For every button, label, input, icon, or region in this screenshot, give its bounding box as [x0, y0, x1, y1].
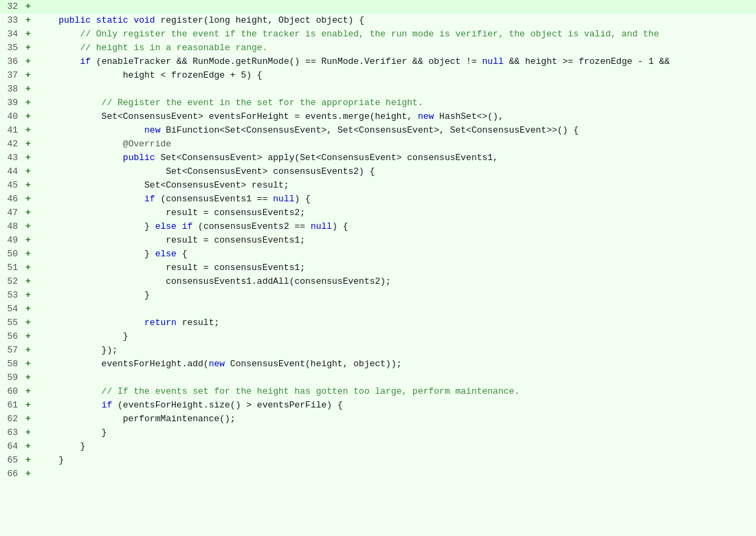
- code-line: 56+ }: [0, 330, 756, 344]
- line-content: }: [34, 330, 756, 344]
- line-number: 65: [0, 454, 22, 467]
- line-marker: +: [22, 220, 34, 234]
- line-content: public static void register(long height,…: [34, 14, 756, 27]
- line-content: new BiFunction<Set<ConsensusEvent>, Set<…: [34, 124, 756, 137]
- line-content: Set<ConsensusEvent> eventsForHeight = ev…: [34, 110, 756, 124]
- line-marker: +: [22, 275, 34, 289]
- line-number: 66: [0, 467, 22, 481]
- line-content: if (eventsForHeight.size() > eventsPerFi…: [34, 399, 756, 412]
- code-line: 53+ }: [0, 289, 756, 302]
- line-number: 45: [0, 179, 22, 192]
- line-content: });: [34, 344, 756, 357]
- line-marker: +: [22, 27, 34, 41]
- code-line: 54+: [0, 302, 756, 316]
- line-marker: +: [22, 124, 34, 137]
- code-line: 64+ }: [0, 440, 756, 454]
- line-marker: +: [22, 192, 34, 206]
- code-line: 42+ @Override: [0, 137, 756, 151]
- line-number: 53: [0, 289, 22, 302]
- line-number: 39: [0, 96, 22, 110]
- line-number: 35: [0, 41, 22, 55]
- line-number: 54: [0, 302, 22, 316]
- line-content: [34, 467, 756, 481]
- line-marker: +: [22, 151, 34, 165]
- line-content: return result;: [34, 316, 756, 330]
- line-marker: +: [22, 110, 34, 124]
- line-number: 41: [0, 124, 22, 137]
- line-marker: +: [22, 261, 34, 275]
- code-line: 40+ Set<ConsensusEvent> eventsForHeight …: [0, 110, 756, 124]
- line-number: 36: [0, 55, 22, 69]
- line-content: // If the events set for the height has …: [34, 385, 756, 399]
- line-number: 51: [0, 261, 22, 275]
- line-content: }: [34, 440, 756, 454]
- code-line: 48+ } else if (consensusEvents2 == null)…: [0, 220, 756, 234]
- line-content: public Set<ConsensusEvent> apply(Set<Con…: [34, 151, 756, 165]
- line-marker: +: [22, 426, 34, 440]
- line-number: 40: [0, 110, 22, 124]
- code-line: 65+ }: [0, 454, 756, 467]
- line-number: 50: [0, 247, 22, 261]
- code-line: 51+ result = consensusEvents1;: [0, 261, 756, 275]
- line-marker: +: [22, 234, 34, 247]
- code-line: 41+ new BiFunction<Set<ConsensusEvent>, …: [0, 124, 756, 137]
- line-content: }: [34, 289, 756, 302]
- line-marker: +: [22, 440, 34, 454]
- code-line: 39+ // Register the event in the set for…: [0, 96, 756, 110]
- code-line: 37+ height < frozenEdge + 5) {: [0, 69, 756, 82]
- line-number: 62: [0, 412, 22, 426]
- code-line: 63+ }: [0, 426, 756, 440]
- line-number: 59: [0, 371, 22, 385]
- line-marker: +: [22, 55, 34, 69]
- line-marker: +: [22, 330, 34, 344]
- line-content: Set<ConsensusEvent> consensusEvents2) {: [34, 165, 756, 179]
- line-content: }: [34, 454, 756, 467]
- line-number: 63: [0, 426, 22, 440]
- line-marker: +: [22, 0, 34, 14]
- line-number: 49: [0, 234, 22, 247]
- line-number: 60: [0, 385, 22, 399]
- line-content: // height is in a reasonable range.: [34, 41, 756, 55]
- line-content: if (enableTracker && RunMode.getRunMode(…: [34, 55, 756, 69]
- code-line: 46+ if (consensusEvents1 == null) {: [0, 192, 756, 206]
- line-content: } else {: [34, 247, 756, 261]
- line-number: 43: [0, 151, 22, 165]
- line-marker: +: [22, 412, 34, 426]
- line-content: consensusEvents1.addAll(consensusEvents2…: [34, 275, 756, 289]
- code-line: 58+ eventsForHeight.add(new ConsensusEve…: [0, 357, 756, 371]
- line-content: eventsForHeight.add(new ConsensusEvent(h…: [34, 357, 756, 371]
- line-content: result = consensusEvents1;: [34, 234, 756, 247]
- line-number: 33: [0, 14, 22, 27]
- line-number: 61: [0, 399, 22, 412]
- code-line: 43+ public Set<ConsensusEvent> apply(Set…: [0, 151, 756, 165]
- line-number: 57: [0, 344, 22, 357]
- line-marker: +: [22, 96, 34, 110]
- line-marker: +: [22, 69, 34, 82]
- line-number: 64: [0, 440, 22, 454]
- line-content: // Only register the event if the tracke…: [34, 27, 756, 41]
- code-line: 52+ consensusEvents1.addAll(consensusEve…: [0, 275, 756, 289]
- line-number: 48: [0, 220, 22, 234]
- line-number: 46: [0, 192, 22, 206]
- line-marker: +: [22, 316, 34, 330]
- line-number: 32: [0, 0, 22, 14]
- code-line: 45+ Set<ConsensusEvent> result;: [0, 179, 756, 192]
- line-content: height < frozenEdge + 5) {: [34, 69, 756, 82]
- line-content: }: [34, 426, 756, 440]
- line-number: 42: [0, 137, 22, 151]
- code-line: 34+ // Only register the event if the tr…: [0, 27, 756, 41]
- line-number: 56: [0, 330, 22, 344]
- code-line: 59+: [0, 371, 756, 385]
- line-marker: +: [22, 82, 34, 96]
- line-marker: +: [22, 165, 34, 179]
- line-content: // Register the event in the set for the…: [34, 96, 756, 110]
- line-marker: +: [22, 385, 34, 399]
- line-marker: +: [22, 247, 34, 261]
- line-content: Set<ConsensusEvent> result;: [34, 179, 756, 192]
- line-number: 52: [0, 275, 22, 289]
- code-line: 49+ result = consensusEvents1;: [0, 234, 756, 247]
- code-line: 62+ performMaintenance();: [0, 412, 756, 426]
- line-marker: +: [22, 137, 34, 151]
- line-content: [34, 371, 756, 385]
- line-marker: +: [22, 467, 34, 481]
